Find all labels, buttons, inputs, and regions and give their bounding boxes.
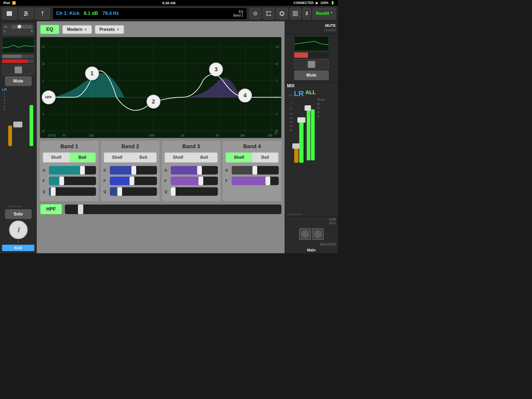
right-panner[interactable] bbox=[294, 59, 329, 69]
routing-btn[interactable] bbox=[35, 8, 50, 19]
routing-icon-btn[interactable] bbox=[263, 8, 275, 19]
trim-fader[interactable] bbox=[2, 59, 34, 63]
a-label: A bbox=[4, 30, 6, 33]
settings-btn[interactable]: ⚙ bbox=[250, 8, 261, 19]
all-faders bbox=[307, 97, 315, 160]
eq-toggle-btn[interactable]: EQ bbox=[40, 24, 60, 34]
band3-q-thumb bbox=[171, 187, 176, 196]
band4-gain-slider[interactable] bbox=[232, 166, 279, 174]
band-controls-row: Band 1 Shelf Bell G bbox=[40, 141, 281, 201]
band3-shelf-btn[interactable]: Shelf bbox=[165, 153, 191, 162]
status-right: CONNECTED ▶ 100% 🔋 bbox=[293, 1, 335, 5]
band3-q-label: Q bbox=[164, 189, 169, 194]
band3-gain-slider[interactable] bbox=[171, 166, 218, 174]
r-num3: 3 bbox=[328, 29, 330, 32]
all-mix-col: ALL bbox=[305, 89, 316, 160]
all-fader1[interactable] bbox=[307, 97, 310, 160]
status-bar: iPad 📶 9:38 AM CONNECTED ▶ 100% 🔋 bbox=[0, 0, 338, 6]
lr-green-handle[interactable] bbox=[297, 117, 305, 123]
r-num4: 4 bbox=[330, 29, 332, 32]
presets-dropdown[interactable]: Presets ▼ bbox=[95, 25, 124, 34]
right-fader[interactable] bbox=[294, 52, 329, 58]
mini-eq-svg bbox=[3, 37, 34, 53]
band3-bell-btn[interactable]: Bell bbox=[191, 153, 218, 162]
mix-ch-b: B bbox=[317, 102, 336, 105]
band3-gain-thumb bbox=[197, 166, 202, 174]
band3-freq-row: F bbox=[164, 177, 218, 185]
band1-q-slider[interactable] bbox=[49, 187, 96, 196]
svg-text:5: 5 bbox=[276, 79, 277, 82]
band1-bell-btn[interactable]: Bell bbox=[69, 153, 96, 162]
gain-fader[interactable] bbox=[2, 55, 34, 58]
solo-label: Solo bbox=[14, 212, 23, 217]
band4-bell-btn[interactable]: Bell bbox=[252, 153, 279, 162]
band3-freq-slider[interactable] bbox=[171, 177, 218, 185]
band4-node[interactable]: 4 bbox=[238, 89, 252, 102]
svg-text:0: 0 bbox=[276, 96, 277, 99]
lr-green-fader[interactable] bbox=[299, 99, 304, 163]
band1-control: Band 1 Shelf Bell G bbox=[40, 141, 99, 201]
lr-speaker-area bbox=[285, 226, 338, 242]
hpf-btn[interactable]: HPF bbox=[40, 204, 62, 215]
hpf-node[interactable]: HPF bbox=[42, 90, 56, 104]
r-num2: 2 bbox=[326, 29, 328, 32]
record-btn[interactable] bbox=[276, 8, 288, 19]
band2-shelf-btn[interactable]: Shelf bbox=[104, 153, 130, 162]
grid-btn[interactable] bbox=[289, 8, 301, 19]
fader-handle[interactable] bbox=[13, 122, 22, 127]
channel-view-btn[interactable] bbox=[19, 8, 34, 19]
band4-shelf-label: Shelf bbox=[234, 155, 244, 160]
mix-ch-d: D bbox=[317, 111, 336, 114]
svg-rect-23 bbox=[293, 14, 295, 15]
channel-knob[interactable] bbox=[9, 221, 28, 239]
band2-q-thumb bbox=[117, 187, 122, 196]
phantom-slider[interactable] bbox=[11, 25, 33, 29]
mixer-view-btn[interactable] bbox=[2, 8, 17, 19]
band2-bell-btn[interactable]: Bell bbox=[130, 153, 157, 162]
band4-freq-slider[interactable] bbox=[232, 177, 279, 185]
green-fader-fill bbox=[30, 105, 33, 146]
band1-title: Band 1 bbox=[43, 143, 96, 149]
band2-node[interactable]: 2 bbox=[147, 95, 160, 109]
speaker-right-svg bbox=[314, 230, 322, 238]
band2-freq-row: F bbox=[103, 177, 157, 185]
lr-orange-fader[interactable] bbox=[294, 99, 298, 163]
band3-control: Band 3 Shelf Bell G bbox=[162, 141, 221, 201]
hpf-slider-thumb bbox=[78, 205, 83, 214]
band1-q-label: Q bbox=[43, 189, 47, 194]
num4: 4 bbox=[4, 102, 5, 104]
band1-freq-slider[interactable] bbox=[49, 177, 96, 185]
speaker-left-icon bbox=[299, 228, 311, 240]
band4-f-label: F bbox=[225, 179, 230, 183]
band1-shelf-btn[interactable]: Shelf bbox=[43, 153, 69, 162]
num1: 1 bbox=[4, 92, 5, 95]
all-fader2[interactable] bbox=[311, 97, 315, 160]
fader-numbers: 1 2 3 4 5 6 bbox=[4, 92, 5, 111]
band4-freq-thumb bbox=[265, 177, 270, 185]
right-fader-fill bbox=[294, 52, 308, 58]
panner[interactable] bbox=[2, 65, 34, 75]
svg-text:50: 50 bbox=[63, 134, 66, 137]
band4-shelf-btn[interactable]: Shelf bbox=[226, 153, 252, 162]
band2-gain-slider[interactable] bbox=[110, 166, 157, 174]
svg-rect-0 bbox=[7, 11, 7, 16]
mute-button-left[interactable]: Mute bbox=[5, 76, 32, 86]
preset-name-display[interactable]: RockIt * bbox=[313, 8, 336, 19]
solo-button[interactable]: Solo bbox=[5, 209, 32, 219]
band1-node[interactable]: 1 bbox=[85, 66, 99, 80]
mute-btn-right[interactable]: Mute bbox=[294, 70, 329, 80]
band4-freq-fill bbox=[232, 177, 268, 185]
row-label-4: 4 bbox=[15, 205, 16, 208]
band3-q-slider[interactable] bbox=[171, 187, 218, 196]
modern-dropdown[interactable]: Modern ▼ bbox=[62, 25, 92, 34]
band1-f-label: F bbox=[43, 179, 47, 183]
band2-freq-slider[interactable] bbox=[110, 177, 157, 185]
band3-g-label: G bbox=[164, 168, 169, 172]
band3-q-row: Q bbox=[164, 187, 218, 196]
band3-node[interactable]: 3 bbox=[209, 63, 223, 76]
eq-graph[interactable]: 20 HZ 50 100 500 1k 5k 10k 20k 15 10 5 0… bbox=[40, 37, 281, 138]
band2-q-slider[interactable] bbox=[110, 187, 157, 196]
band1-gain-slider[interactable] bbox=[49, 166, 96, 174]
band2-freq-thumb bbox=[130, 177, 134, 185]
hpf-slider[interactable] bbox=[65, 205, 281, 214]
